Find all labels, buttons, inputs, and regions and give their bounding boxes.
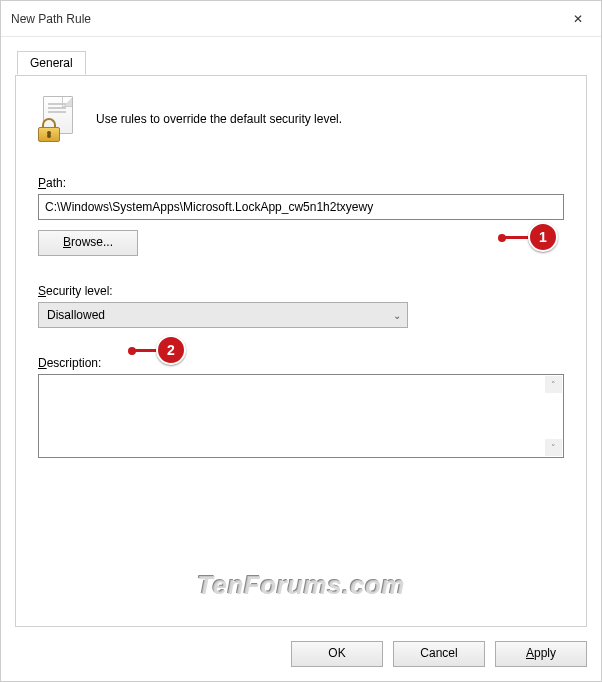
- browse-button[interactable]: Browse...: [38, 230, 138, 256]
- scroll-down-button[interactable]: ˅: [545, 439, 562, 456]
- security-label: Security level:: [38, 284, 564, 298]
- path-input[interactable]: [38, 194, 564, 220]
- apply-button[interactable]: Apply: [495, 641, 587, 667]
- dialog-button-row: OK Cancel Apply: [1, 627, 601, 681]
- path-label: Path:: [38, 176, 564, 190]
- document-lock-icon: [38, 96, 78, 142]
- header-description: Use rules to override the default securi…: [96, 112, 342, 126]
- tab-container: General Use rules to override the defaul…: [15, 51, 587, 627]
- titlebar: New Path Rule ✕: [1, 1, 601, 37]
- tab-general[interactable]: General: [17, 51, 86, 75]
- tab-panel: Use rules to override the default securi…: [15, 75, 587, 627]
- description-textarea-wrap: ˄ ˅: [38, 374, 564, 458]
- header-row: Use rules to override the default securi…: [38, 96, 564, 142]
- security-level-combo[interactable]: Disallowed ⌄: [38, 302, 408, 328]
- dialog-window: New Path Rule ✕ General Use rule: [0, 0, 602, 682]
- description-textarea[interactable]: [39, 375, 543, 457]
- tab-label: General: [30, 56, 73, 70]
- annotation-2-badge: 2: [156, 335, 186, 365]
- security-field-group: Security level: Disallowed ⌄: [38, 284, 564, 328]
- description-field-group: Description: ˄ ˅: [38, 356, 564, 458]
- close-button[interactable]: ✕: [555, 1, 601, 37]
- chevron-down-icon: ⌄: [393, 310, 401, 321]
- content-area: General Use rules to override the defaul…: [1, 37, 601, 627]
- window-title: New Path Rule: [11, 12, 91, 26]
- security-level-value: Disallowed: [47, 308, 105, 322]
- ok-button[interactable]: OK: [291, 641, 383, 667]
- cancel-button[interactable]: Cancel: [393, 641, 485, 667]
- description-label: Description:: [38, 356, 564, 370]
- close-icon: ✕: [573, 12, 583, 26]
- scrollbar: ˄ ˅: [544, 375, 563, 457]
- annotation-1-badge: 1: [528, 222, 558, 252]
- scroll-up-button[interactable]: ˄: [545, 376, 562, 393]
- path-field-group: Path: Browse...: [38, 176, 564, 256]
